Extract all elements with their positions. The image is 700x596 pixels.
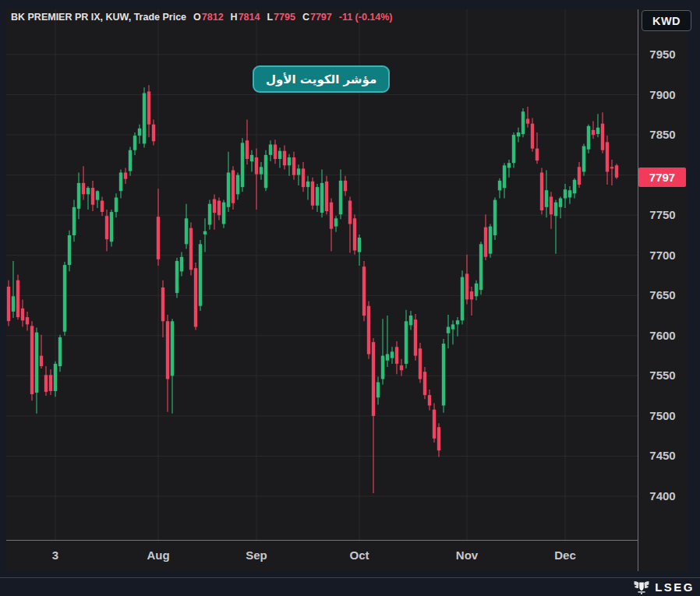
candle-body [49, 375, 52, 391]
candle-body [423, 372, 426, 395]
candle [545, 171, 548, 218]
candle [283, 146, 286, 170]
candle-body [236, 175, 239, 195]
candle-body [26, 317, 29, 324]
candle [428, 390, 431, 411]
chart-window: { "header": { "symbol": "BK PREMIER PR I… [0, 0, 700, 596]
candle [63, 262, 66, 336]
candle-body [536, 149, 539, 161]
candle [447, 315, 450, 348]
candle-body [35, 333, 38, 393]
candle [582, 143, 585, 175]
candle-body [171, 321, 174, 376]
candle [320, 169, 323, 217]
candle-body [143, 93, 146, 144]
candle-body [166, 321, 169, 379]
candle [199, 240, 202, 311]
candle-body [456, 320, 459, 324]
candle [503, 163, 506, 198]
candle-body [414, 319, 417, 355]
candle [550, 192, 553, 228]
candle-body [241, 143, 244, 187]
candle [58, 335, 62, 372]
candle-body [77, 183, 80, 209]
candle-body [489, 227, 492, 254]
candle-body [101, 201, 104, 212]
candle [573, 178, 576, 199]
candle [77, 173, 80, 220]
candle [568, 186, 571, 204]
candle [578, 162, 581, 188]
candle [236, 173, 239, 200]
candle-body [386, 354, 389, 361]
candle [339, 169, 342, 219]
x-axis-tick-label: Oct [334, 548, 384, 562]
candle-body [437, 427, 440, 450]
candle [391, 347, 394, 364]
candle-body [269, 145, 272, 155]
candle-body [152, 125, 155, 142]
candle-body [400, 365, 403, 370]
candle [72, 200, 76, 242]
candle-body [274, 145, 277, 160]
candle-body [302, 168, 305, 187]
candle [208, 200, 211, 230]
candle-body [133, 136, 136, 150]
candle [456, 317, 459, 337]
candle [587, 125, 590, 153]
candle-body [330, 203, 333, 229]
x-axis-tick-label: Dec [540, 548, 590, 562]
index-name-tooltip[interactable]: مؤشر الكويت الأول [253, 65, 390, 93]
candle [129, 147, 132, 176]
candle [377, 376, 380, 404]
candle [21, 299, 24, 326]
candle [68, 231, 71, 272]
candle-body [189, 228, 193, 270]
candle [423, 367, 426, 399]
currency-button[interactable]: KWD [642, 10, 691, 31]
candle [606, 136, 609, 185]
candle [124, 168, 127, 184]
candle-body [68, 235, 71, 265]
candle-body [554, 203, 557, 217]
candle-body [344, 181, 347, 191]
candle [484, 214, 487, 260]
candle-body [185, 218, 188, 244]
candle [479, 242, 483, 294]
candle [540, 168, 543, 214]
candle [274, 139, 277, 164]
y-axis-label: 7400 [639, 489, 686, 503]
candle-body [521, 111, 525, 134]
candle-body [545, 190, 548, 207]
candle [348, 197, 352, 253]
candle-body [217, 201, 221, 216]
candle [554, 200, 557, 254]
candle-body [498, 181, 501, 190]
candle-body [255, 157, 258, 175]
candle-body [105, 216, 108, 239]
candle [362, 261, 366, 321]
candle [7, 280, 10, 326]
candle-body [7, 287, 10, 321]
candle-body [447, 327, 450, 333]
candle-body [292, 157, 295, 175]
candle [35, 328, 38, 414]
candle-body [512, 135, 515, 163]
candle-body [465, 273, 468, 299]
candle-body [199, 244, 202, 305]
candle [470, 287, 473, 316]
candle-body [40, 356, 43, 366]
y-axis-label: 7600 [639, 329, 686, 342]
y-axis-label: 7850 [639, 128, 686, 141]
candle-body [194, 268, 197, 326]
candle-body [559, 199, 562, 207]
candle [433, 403, 436, 443]
candle-body [250, 155, 253, 161]
candle [115, 193, 118, 217]
last-price-badge: 7797 [638, 168, 686, 187]
candle-body [372, 342, 375, 416]
candle [278, 148, 281, 168]
candle-body [564, 189, 567, 198]
candle [241, 138, 244, 192]
candle-body [283, 151, 286, 166]
